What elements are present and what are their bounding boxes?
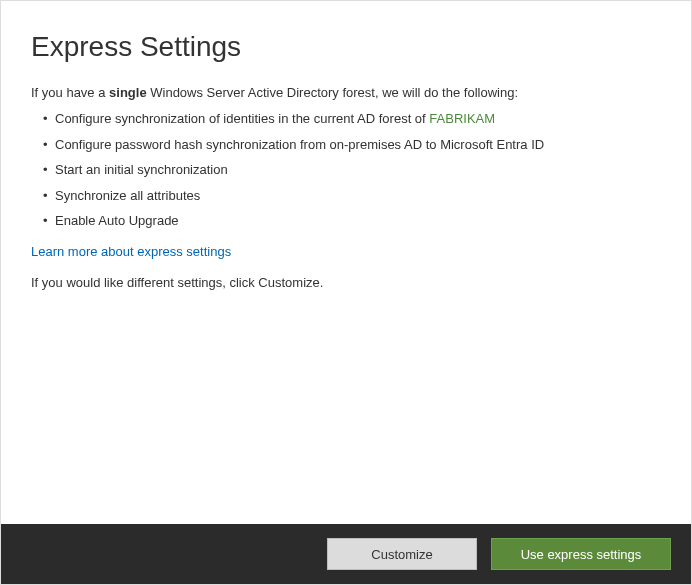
list-item: Configure synchronization of identities … [43,110,661,128]
bullet-list: Configure synchronization of identities … [31,110,661,230]
bullet-prefix: Configure synchronization of identities … [55,111,429,126]
learn-more-link[interactable]: Learn more about express settings [31,244,231,259]
customize-button[interactable]: Customize [327,538,477,570]
main-content: Express Settings If you have a single Wi… [1,1,691,290]
intro-suffix: Windows Server Active Directory forest, … [147,85,518,100]
page-title: Express Settings [31,31,661,63]
use-express-settings-button[interactable]: Use express settings [491,538,671,570]
list-item: Synchronize all attributes [43,187,661,205]
list-item: Enable Auto Upgrade [43,212,661,230]
intro-bold: single [109,85,147,100]
footer-bar: Customize Use express settings [1,524,691,584]
list-item: Start an initial synchronization [43,161,661,179]
customize-hint: If you would like different settings, cl… [31,275,661,290]
list-item: Configure password hash synchronization … [43,136,661,154]
forest-name: FABRIKAM [429,111,495,126]
intro-prefix: If you have a [31,85,109,100]
intro-text: If you have a single Windows Server Acti… [31,85,661,100]
